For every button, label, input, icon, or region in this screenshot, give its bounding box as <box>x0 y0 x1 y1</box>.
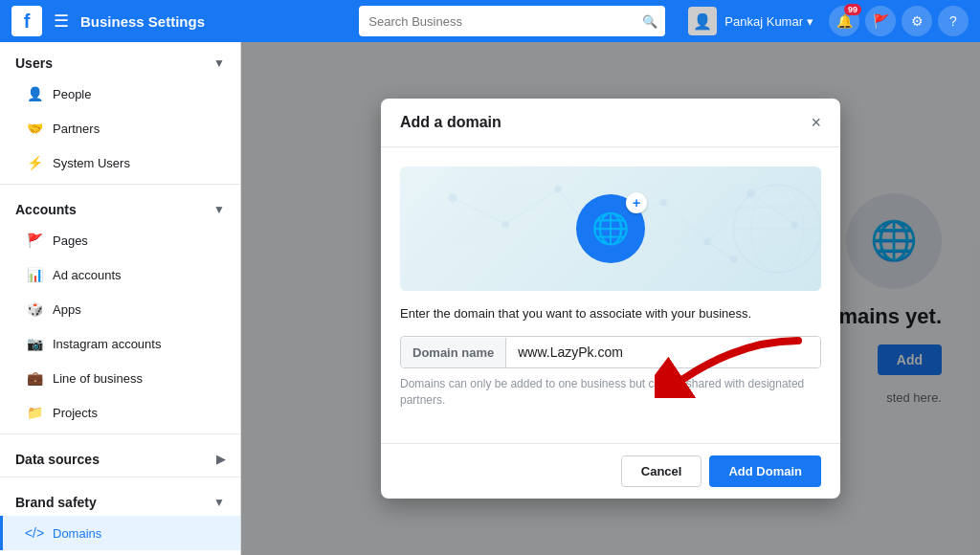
data-sources-label: Data sources <box>15 452 100 467</box>
brand-safety-section-header[interactable]: Brand safety ▼ <box>0 481 240 516</box>
partners-icon: 🤝 <box>26 120 43 137</box>
modal-title: Add a domain <box>400 114 501 131</box>
search-input[interactable] <box>359 6 665 36</box>
svg-line-16 <box>707 242 734 259</box>
sidebar-divider-3 <box>0 477 240 477</box>
globe-plus-icon: + <box>626 192 647 213</box>
apps-label: Apps <box>53 302 81 317</box>
people-icon: 👤 <box>26 85 43 102</box>
instagram-label: Instagram accounts <box>53 337 161 351</box>
domains-label: Domains <box>53 526 101 541</box>
topbar-right: 👤 Pankaj Kumar ▾ 🔔 99 🚩 ⚙ ? <box>688 6 969 36</box>
svg-line-10 <box>505 189 558 225</box>
notifications-button[interactable]: 🔔 99 <box>829 6 859 36</box>
notif-badge: 99 <box>844 4 861 15</box>
partners-label: Partners <box>53 122 100 136</box>
sidebar-item-instagram[interactable]: 📷 Instagram accounts <box>0 326 240 361</box>
brand-safety-label: Brand safety <box>15 495 97 510</box>
modal-description: Enter the domain that you want to associ… <box>400 306 821 321</box>
modal-footer: Cancel Add Domain <box>381 443 840 499</box>
sidebar: Users ▼ 👤 People 🤝 Partners ⚡ System Use… <box>0 42 241 555</box>
users-section-header[interactable]: Users ▼ <box>0 42 240 77</box>
accounts-section-label: Accounts <box>15 202 77 217</box>
facebook-logo: f <box>11 6 42 36</box>
sidebar-divider-2 <box>0 433 240 434</box>
svg-line-13 <box>663 203 707 242</box>
add-domain-modal: Add a domain × <box>381 99 840 499</box>
globe-icon-container: 🌐 + <box>576 194 645 263</box>
accounts-chevron-icon: ▼ <box>213 203 225 216</box>
data-sources-chevron-icon: ▶ <box>216 453 225 466</box>
sidebar-divider-1 <box>0 184 240 185</box>
sidebar-item-apps[interactable]: 🎲 Apps <box>0 292 240 326</box>
topbar-icons: 🔔 99 🚩 ⚙ ? <box>829 6 969 36</box>
domain-field-label: Domain name <box>401 338 506 367</box>
menu-icon[interactable]: ☰ <box>54 11 69 32</box>
search-container: 🔍 <box>359 6 665 36</box>
pages-icon: 🚩 <box>26 232 43 249</box>
brand-safety-chevron-icon: ▼ <box>213 496 225 509</box>
globe-main-icon: 🌐 + <box>576 194 645 263</box>
sidebar-item-domains[interactable]: </> Domains <box>0 516 240 550</box>
pages-label: Pages <box>53 233 88 248</box>
modal-overlay[interactable]: Add a domain × <box>241 42 980 555</box>
sidebar-item-pages[interactable]: 🚩 Pages <box>0 223 240 257</box>
sidebar-item-ad-accounts[interactable]: 📊 Ad accounts <box>0 257 240 292</box>
main-content: 🌐 t have any domains yet. Add sted here.… <box>241 42 980 555</box>
ad-accounts-icon: 📊 <box>26 266 43 283</box>
system-users-icon: ⚡ <box>26 154 43 171</box>
modal-close-button[interactable]: × <box>811 114 821 131</box>
help-icon-btn[interactable]: ? <box>938 6 969 36</box>
data-sources-section-header[interactable]: Data sources ▶ <box>0 438 240 473</box>
sidebar-item-partners[interactable]: 🤝 Partners <box>0 111 240 145</box>
svg-line-15 <box>751 194 795 225</box>
sidebar-item-projects[interactable]: 📁 Projects <box>0 395 240 430</box>
system-users-label: System Users <box>53 156 130 170</box>
flag-icon-btn[interactable]: 🚩 <box>865 6 896 36</box>
modal-illustration: 🌐 + <box>400 166 821 291</box>
line-of-business-label: Line of business <box>53 371 143 386</box>
search-icon: 🔍 <box>642 14 657 29</box>
sidebar-item-line-of-business[interactable]: 💼 Line of business <box>0 361 240 395</box>
add-domain-button[interactable]: Add Domain <box>709 455 821 487</box>
projects-label: Projects <box>53 406 98 420</box>
sidebar-item-people[interactable]: 👤 People <box>0 77 240 111</box>
sidebar-item-system-users[interactable]: ⚡ System Users <box>0 145 240 180</box>
domains-icon: </> <box>26 524 43 542</box>
svg-point-7 <box>791 221 798 228</box>
modal-header: Add a domain × <box>381 99 840 147</box>
accounts-section-header[interactable]: Accounts ▼ <box>0 189 240 223</box>
ad-accounts-label: Ad accounts <box>53 268 122 282</box>
modal-hint: Domains can only be added to one busines… <box>400 376 821 409</box>
topbar-title: Business Settings <box>80 13 205 30</box>
instagram-icon: 📷 <box>26 335 43 352</box>
topbar: f ☰ Business Settings 🔍 👤 Pankaj Kumar ▾… <box>0 0 980 42</box>
projects-icon: 📁 <box>26 404 43 421</box>
users-chevron-icon: ▼ <box>213 56 225 70</box>
svg-point-0 <box>448 194 457 203</box>
user-name[interactable]: Pankaj Kumar ▾ <box>724 14 813 29</box>
settings-icon-btn[interactable]: ⚙ <box>902 6 932 36</box>
line-of-business-icon: 💼 <box>26 369 43 387</box>
cancel-button[interactable]: Cancel <box>621 455 702 487</box>
domain-name-input[interactable] <box>506 337 820 367</box>
layout: Users ▼ 👤 People 🤝 Partners ⚡ System Use… <box>0 42 980 555</box>
domain-name-field: Domain name <box>400 336 821 368</box>
svg-line-9 <box>453 198 505 225</box>
svg-point-1 <box>501 221 508 228</box>
modal-body: 🌐 + Enter the domain that you want to as… <box>381 147 840 443</box>
apps-icon: 🎲 <box>26 300 43 318</box>
avatar: 👤 <box>688 7 717 35</box>
people-label: People <box>53 87 91 101</box>
users-section-label: Users <box>15 56 53 71</box>
